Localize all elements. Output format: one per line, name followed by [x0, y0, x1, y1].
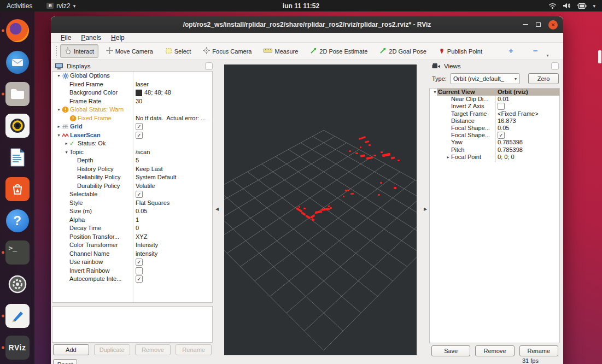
maximize-button[interactable]: [536, 22, 541, 27]
displays-row-style[interactable]: StyleFlat Squares: [52, 199, 212, 208]
views-row-invert-z-axis[interactable]: Invert Z Axis: [430, 103, 559, 110]
dock-help-icon[interactable]: ?: [0, 205, 34, 237]
expand-arrow-icon[interactable]: ▾: [56, 72, 62, 80]
displays-panel-header[interactable]: Displays: [55, 61, 213, 71]
dock-ubuntu-software-icon[interactable]: [0, 173, 34, 205]
system-tray[interactable]: ▾: [548, 2, 602, 9]
expand-arrow-icon[interactable]: ▾: [56, 131, 62, 140]
dock-terminal-icon[interactable]: >_: [0, 237, 34, 268]
dock-rhythmbox-icon[interactable]: [0, 110, 34, 142]
toolbar-plus-button[interactable]: +: [504, 45, 518, 57]
menu-help[interactable]: Help: [107, 33, 129, 42]
views-row-near-clip-di-[interactable]: Near Clip Di...0.01: [430, 96, 559, 103]
remove-button[interactable]: Remove: [475, 345, 514, 356]
dock-text-editor-icon[interactable]: [0, 300, 34, 332]
app-menu[interactable]: R rviz2 ▾: [46, 2, 75, 10]
toolbar-2d-goal-pose-button[interactable]: 2D Goal Pose: [375, 44, 430, 58]
close-button[interactable]: ✕: [548, 20, 558, 30]
checkbox[interactable]: ✓: [136, 132, 143, 139]
displays-row-history-policy[interactable]: History PolicyKeep Last: [52, 165, 212, 174]
expand-arrow-icon[interactable]: ▸: [445, 154, 451, 161]
clock[interactable]: iun 11 11:52: [0, 2, 602, 10]
displays-row-global-status-warn[interactable]: ▾Global Status: Warn: [52, 105, 212, 114]
checkbox[interactable]: ✓: [136, 123, 143, 130]
window-titlebar[interactable]: /opt/ros2_ws/install/rplidar_ros2/share/…: [51, 16, 563, 33]
displays-row-topic[interactable]: ▾Topic/scan: [52, 148, 212, 157]
displays-row-use-rainbow[interactable]: Use rainbow✓: [52, 258, 212, 267]
toolbar-focus-camera-button[interactable]: Focus Camera: [198, 44, 256, 58]
toolbar-2d-pose-estimate-button[interactable]: 2D Pose Estimate: [306, 44, 372, 58]
dock-libreoffice-writer-icon[interactable]: [0, 142, 34, 173]
menu-file[interactable]: File: [56, 33, 75, 42]
duplicate-button[interactable]: Duplicate: [94, 344, 130, 355]
toolbar-measure-button[interactable]: Measure: [259, 45, 302, 57]
displays-row-size-m-[interactable]: Size (m)0.05: [52, 207, 212, 216]
views-row-target-frame[interactable]: Target Frame<Fixed Frame>: [430, 110, 559, 118]
remove-button[interactable]: Remove: [135, 344, 171, 355]
dock-firefox-icon[interactable]: [0, 15, 34, 46]
checkbox[interactable]: [136, 267, 143, 274]
displays-row-durability-policy[interactable]: Durability PolicyVolatile: [52, 182, 212, 191]
expand-arrow-icon[interactable]: ▾: [432, 89, 438, 96]
rename-button[interactable]: Rename: [176, 344, 212, 355]
displays-row-position-transfor-[interactable]: Position Transfor...XYZ: [52, 233, 212, 242]
displays-row-autocompute-inte-[interactable]: Autocompute Inte...✓: [52, 275, 212, 284]
dock-settings-icon[interactable]: [0, 268, 34, 300]
checkbox[interactable]: ✓: [136, 275, 143, 283]
checkbox[interactable]: ✓: [136, 191, 143, 198]
dock-files-icon[interactable]: [0, 78, 34, 110]
views-row-focal-shape-[interactable]: Focal Shape...0.05: [430, 125, 559, 132]
displays-row-alpha[interactable]: Alpha1: [52, 216, 212, 225]
views-row-current-view[interactable]: ▾Current ViewOrbit (rviz): [430, 89, 559, 96]
add-button[interactable]: Add: [53, 344, 89, 355]
expand-arrow-icon[interactable]: ▾: [63, 148, 69, 157]
toolbar-select-button[interactable]: Select: [161, 44, 196, 58]
toolbar-minus-button[interactable]: −: [529, 45, 542, 57]
displays-row-background-color[interactable]: Background Color48; 48; 48: [52, 89, 212, 97]
checkbox[interactable]: ✓: [498, 132, 505, 139]
activities-button[interactable]: Activities: [7, 2, 32, 10]
collapse-left-arrow-icon[interactable]: ◀: [215, 207, 219, 212]
views-panel-header[interactable]: Views: [432, 61, 559, 71]
displays-row-channel-name[interactable]: Channel Nameintensity: [52, 250, 212, 259]
views-row-focal-shape-[interactable]: Focal Shape...✓: [430, 132, 559, 139]
expand-arrow-icon[interactable]: ▸: [56, 122, 62, 131]
dock-rviz-icon[interactable]: RViz: [0, 332, 34, 363]
displays-row-reliability-policy[interactable]: Reliability PolicySystem Default: [52, 173, 212, 182]
views-row-pitch[interactable]: Pitch0.785398: [430, 146, 559, 154]
menu-panels[interactable]: Panels: [77, 33, 106, 42]
displays-row-status-ok[interactable]: ▸✓Status: Ok: [52, 139, 212, 148]
save-button[interactable]: Save: [431, 345, 470, 356]
expand-arrow-icon[interactable]: ▾: [56, 105, 62, 114]
checkbox[interactable]: [498, 103, 505, 110]
displays-row-laserscan[interactable]: ▾LaserScan✓: [52, 131, 212, 140]
toolbar-handle[interactable]: [55, 45, 58, 57]
displays-row-fixed-frame[interactable]: Fixed FrameNo tf data. Actual error: ...: [52, 114, 212, 123]
reset-button[interactable]: Reset: [53, 359, 77, 364]
displays-row-depth[interactable]: Depth5: [52, 156, 212, 165]
displays-row-invert-rainbow[interactable]: Invert Rainbow: [52, 267, 212, 275]
displays-row-fixed-frame[interactable]: Fixed Framelaser: [52, 80, 212, 89]
displays-row-grid[interactable]: ▸Grid✓: [52, 122, 212, 131]
views-panel-checkbox[interactable]: [551, 62, 559, 70]
views-row-focal-point[interactable]: ▸Focal Point0; 0; 0: [430, 154, 559, 161]
views-row-yaw[interactable]: Yaw0.785398: [430, 139, 559, 146]
checkbox[interactable]: ✓: [136, 259, 143, 266]
displays-panel-checkbox[interactable]: [205, 62, 213, 70]
displays-row-color-transformer[interactable]: Color TransformerIntensity: [52, 241, 212, 250]
toolbar-publish-point-button[interactable]: Publish Point: [434, 44, 487, 58]
collapse-right-arrow-icon[interactable]: ▶: [424, 207, 427, 212]
view-type-dropdown[interactable]: Orbit (rviz_default_ ▾: [450, 73, 520, 84]
displays-row-decay-time[interactable]: Decay Time0: [52, 224, 212, 233]
toolbar-interact-button[interactable]: Interact: [60, 44, 98, 58]
expand-arrow-icon[interactable]: ▸: [63, 139, 69, 148]
views-row-distance[interactable]: Distance16.873: [430, 118, 559, 125]
toolbar-move-camera-button[interactable]: Move Camera: [102, 44, 157, 58]
toolbar-overflow-icon[interactable]: ▾: [547, 53, 549, 60]
zero-button[interactable]: Zero: [528, 73, 559, 84]
displays-row-selectable[interactable]: Selectable✓: [52, 190, 212, 199]
displays-row-frame-rate[interactable]: Frame Rate30: [52, 97, 212, 106]
displays-row-global-options[interactable]: ▾Global Options: [52, 72, 212, 80]
minimize-button[interactable]: [523, 24, 528, 25]
render-viewport-3d[interactable]: [224, 64, 417, 355]
